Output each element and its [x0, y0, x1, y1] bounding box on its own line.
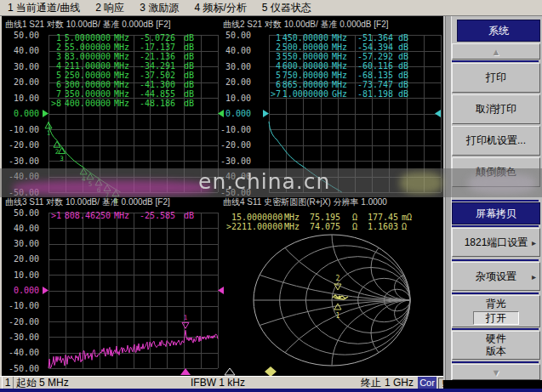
softkey-misc-settings[interactable]: 杂项设置 ▸ [452, 262, 540, 291]
trace-marker-icon [112, 190, 119, 196]
softkey-invert-colors[interactable]: 颠倒颜色 [452, 157, 540, 187]
separator [452, 60, 539, 62]
separator [452, 328, 539, 330]
marker-row: 15.0000000MHz75.195Ω177.45mΩ [226, 213, 420, 222]
marker-row: 255.000000MHz-17.137dB [49, 43, 201, 52]
smith-trace [333, 295, 348, 299]
marker-row: 7350.00000MHz-44.855dB [49, 89, 201, 99]
trace-marker-icon [182, 322, 189, 328]
hardware-label-line1: 硬件 [486, 332, 506, 345]
analyzer-screen: 1 当前通道/曲线2 响应3 激励源4 频标/分析5 仪器状态 12345678… [0, 0, 542, 392]
marker-row: >8400.00000MHz-48.186dB [49, 99, 201, 108]
marker-table: 15.0000000MHz-5.0726dB255.000000MHz-17.1… [49, 33, 201, 108]
menu-item-4[interactable]: 4 频标/分析 [186, 0, 254, 16]
y-axis-label: 40.00 [5, 224, 39, 233]
start-label: 起始 [16, 377, 37, 389]
softkey-screen-copy[interactable]: 屏幕拷贝 [452, 202, 540, 224]
softkey-print[interactable]: 打印 [452, 63, 540, 93]
ref-level-marker [43, 110, 48, 117]
softkey-scroll-down[interactable]: ▼ [452, 364, 540, 380]
y-axis-label: 10.00 [217, 94, 251, 103]
softkey-backlight[interactable]: 背光 打开 [452, 295, 540, 327]
ref-level-marker [435, 110, 441, 117]
trace-marker-icon [87, 173, 94, 179]
y-axis-label: -40.00 [5, 172, 39, 181]
menu-item-3[interactable]: 3 激励源 [132, 0, 186, 16]
y-axis-label: 20.00 [5, 77, 39, 87]
y-axis-label: -30.00 [5, 332, 39, 342]
stimulus-marker-icon [225, 368, 235, 375]
trace-marker-icon [80, 168, 87, 174]
marker-row: >2211.00000MHz74.075Ω1.1603Ω [226, 222, 420, 231]
smith-marker-number: 1 [336, 312, 340, 320]
separator [452, 361, 539, 363]
backlight-label: 背光 [486, 298, 506, 310]
window1-title: 曲线1 S21 对数 10.00dB/ 基准 0.000dB [F2] [5, 19, 171, 31]
hardware-label-line2: 版本 [486, 345, 506, 358]
trace-marker-number: 1 [184, 314, 188, 321]
y-axis-label: 20.00 [5, 254, 39, 264]
softkey-sidebar: 系统 ▲ 打印 取消打印 打印机设置... 颠倒颜色 屏幕拷贝 1821端口设置… [443, 16, 542, 380]
y-axis-label: -20.00 [5, 317, 39, 327]
y-axis-label: -40.00 [217, 172, 251, 181]
scroll-up-icon: ▲ [492, 47, 501, 57]
y-axis-label: 0.000 [5, 109, 39, 118]
marker-row: >71.0000000GHz-81.198dB [269, 89, 415, 99]
smith-marker-icon [334, 304, 341, 310]
separator [452, 293, 539, 294]
marker-row: 6300.00000MHz-41.300dB [49, 80, 201, 89]
window-bottom-strip [0, 389, 542, 392]
ref-level-marker [43, 287, 48, 294]
y-axis-label: 50.00 [5, 31, 39, 40]
marker-row: >1808.46250MHz-25.585dB [49, 211, 201, 220]
softkey-cancel-print[interactable]: 取消打印 [452, 94, 540, 124]
marker-table: 1450.00000MHz-51.364dB2500.00000MHz-54.3… [269, 33, 415, 99]
y-axis-label: 0.000 [5, 286, 39, 295]
separator [452, 200, 539, 202]
smith-marker-dot [338, 295, 340, 298]
y-axis-label: -20.00 [217, 140, 251, 150]
misc-settings-label: 杂项设置 [476, 270, 516, 284]
menu-item-5[interactable]: 5 仪器状态 [254, 0, 319, 16]
marker-row: 4600.00000MHz-60.116dB [269, 61, 415, 71]
menu-bar: 1 当前通道/曲线2 响应3 激励源4 频标/分析5 仪器状态 [0, 0, 542, 16]
marker-table: 15.0000000MHz75.195Ω177.45mΩ>2211.00000M… [226, 213, 420, 231]
y-axis-label: -50.00 [5, 364, 39, 373]
port-settings-label: 1821端口设置 [465, 236, 528, 250]
softkey-port-settings[interactable]: 1821端口设置 ▸ [452, 228, 540, 257]
y-axis-label: -30.00 [5, 156, 39, 166]
stop-label: 终止 [361, 377, 381, 389]
trace-marker-icon [95, 179, 102, 185]
y-axis-label: 30.00 [5, 239, 39, 248]
channel-indicator: 1 [2, 377, 14, 389]
start-value: 5 MHz [39, 377, 69, 389]
marker-row: 3550.00000MHz-57.292dB [269, 52, 415, 61]
menu-title-system: 系统 [457, 20, 540, 42]
menu-item-2[interactable]: 2 响应 [88, 0, 132, 16]
y-axis-label: 10.00 [5, 94, 39, 103]
stimulus-marker-icon [180, 368, 191, 375]
softkey-hardware-version[interactable]: 硬件 版本 [452, 331, 540, 360]
marker-row: 6865.00000MHz-73.747dB [269, 80, 415, 89]
marker-row: 383.000000MHz-21.136dB [49, 52, 201, 61]
y-axis-label: -50.00 [217, 188, 251, 197]
menu-item-1[interactable]: 1 当前通道/曲线 [0, 0, 88, 16]
marker-row: 1450.00000MHz-51.364dB [269, 33, 415, 43]
sidebar-groove [445, 16, 452, 380]
y-axis-label: 30.00 [217, 62, 251, 71]
trace-marker-icon [54, 141, 60, 147]
trace-marker-number: 6 [97, 186, 101, 194]
trace-marker-number: 2 [55, 148, 60, 156]
y-axis-label: 30.00 [5, 62, 39, 71]
smith-marker-number: 2 [336, 275, 340, 282]
window3-title: 曲线3 S11 对数 10.00dB/ 基准 0.000dB [F2] [5, 196, 170, 208]
trace-marker-number: 3 [60, 155, 64, 162]
marker-row: 5750.00000MHz-68.135dB [269, 71, 415, 80]
softkey-printer-setup[interactable]: 打印机设置... [452, 126, 540, 156]
softkey-scroll-up[interactable]: ▲ [452, 43, 540, 60]
y-axis-label: 40.00 [5, 46, 39, 55]
ref-level-marker [263, 110, 269, 117]
trace-line [48, 330, 218, 368]
trace-marker-number: 4 [82, 175, 86, 183]
y-axis-label: -10.00 [5, 301, 39, 310]
